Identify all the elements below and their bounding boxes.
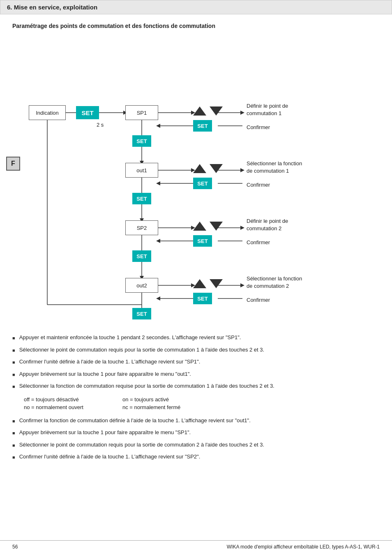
set-to-out1[interactable]: SET [132,135,151,147]
sp2-arrow-group [193,222,223,231]
set-to-out2[interactable]: SET [132,250,151,262]
f-label: F [6,157,20,171]
bullet-item-5: Sélectionner la fonction de commutation … [12,382,380,390]
svg-marker-26 [156,181,160,185]
diagram-container: F [16,42,370,321]
sp2-box: SP2 [125,220,158,235]
up-arrow-out1[interactable] [193,164,206,173]
label-select-fn2: Sélectionner la fonctionde commutation 2 [247,275,302,290]
set-confirm-sp1[interactable]: SET [193,120,212,132]
bullet-item-7: Appuyer brièvement sur la touche 1 pour … [12,428,380,437]
svg-marker-24 [240,168,244,172]
up-arrow-sp1[interactable] [193,106,206,116]
out2-arrow-group [193,279,223,288]
up-arrow-out2[interactable] [193,279,206,288]
label-select-fn1: Sélectionner la fonctionde commutation 1 [247,160,302,175]
footer-description: WIKA mode d'emploi afficheur emboîtable … [227,544,380,550]
definitions-table: off = toujours désactivé on = toujours a… [24,396,380,410]
down-arrow-out2[interactable] [210,279,223,288]
sp1-arrow-group [193,106,223,116]
label-define-sp2: Définir le point decommutation 2 [247,217,288,232]
out1-box: out1 [125,163,158,178]
bullet-item-2: Sélectionner le point de commutation req… [12,346,380,354]
sp1-box: SP1 [125,105,158,120]
indication-box: Indication [29,105,66,120]
page-header: 6. Mise en service, exploitation [0,0,392,14]
svg-marker-40 [156,296,160,301]
bullet-item-3: Confirmer l'unité définie à l'aide de la… [12,358,380,366]
def-no: no = normalement ouvert [24,404,114,410]
def-nc: nc = normalement fermé [122,404,213,410]
header-title: 6. Mise en service, exploitation [7,4,97,11]
svg-marker-33 [156,239,160,243]
label-confirm-sp1: Confirmer [247,124,270,131]
set-to-sp2[interactable]: SET [132,193,151,204]
svg-marker-38 [240,283,244,287]
out2-box: out2 [125,278,158,293]
def-off: off = toujours désactivé [24,396,114,403]
set-confirm-out2[interactable]: SET [193,293,212,304]
page-number: 56 [12,544,18,550]
down-arrow-sp1[interactable] [210,106,223,116]
bullet-item-9: Confirmer l'unité définie à l'aide de la… [12,453,380,461]
svg-marker-17 [240,111,244,115]
bullet-list-2: Confirmer la fonction de commutation déf… [12,416,380,461]
label-define-sp1: Définir le point decommutation 1 [247,102,288,117]
set-bottom[interactable]: SET [132,308,151,319]
up-arrow-sp2[interactable] [193,222,206,231]
bullet-item-1: Appuyer et maintenir enfoncée la touche … [12,333,380,342]
bullet-list-1: Appuyer et maintenir enfoncée la touche … [12,333,380,390]
section-title: Paramétrage des points de commutation et… [12,23,380,29]
label-confirm-sp2: Confirmer [247,239,270,246]
def-on: on = toujours activé [122,396,213,403]
down-arrow-sp2[interactable] [210,222,223,231]
down-arrow-out1[interactable] [210,164,223,173]
label-confirm-fn2: Confirmer [247,296,270,304]
bullet-item-8: Sélectionner le point de commutation req… [12,441,380,449]
svg-marker-31 [240,226,244,230]
set-confirm-sp2[interactable]: SET [193,235,212,247]
label-confirm-fn1: Confirmer [247,181,270,189]
bullet-item-4: Appuyer brièvement sur la touche 1 pour … [12,370,380,378]
page-footer: 56 WIKA mode d'emploi afficheur emboîtab… [0,540,392,553]
main-content: Paramétrage des points de commutation et… [0,23,392,475]
set-confirm-out1[interactable]: SET [193,178,212,189]
bullet-item-6: Confirmer la fonction de commutation déf… [12,416,380,425]
svg-marker-19 [156,124,160,128]
out1-arrow-group [193,164,223,173]
set-button-main[interactable]: SET [76,106,99,119]
two-s-label: 2 s [97,122,104,128]
